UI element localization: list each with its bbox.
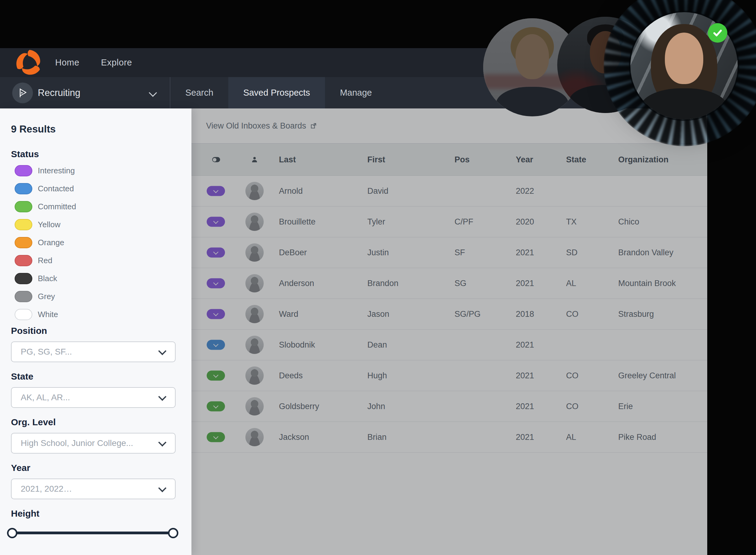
status-pill-button[interactable] [207, 432, 225, 442]
status-toggle-icon[interactable] [212, 157, 220, 162]
chevron-down-icon [213, 219, 218, 224]
table-cell: Deeds [279, 371, 303, 380]
status-label: Orange [38, 238, 64, 247]
old-inboxes-link[interactable]: View Old Inboxes & Boards [206, 121, 317, 131]
chevron-down-icon [213, 280, 218, 286]
status-pill-button[interactable] [207, 248, 225, 258]
person-icon[interactable] [250, 156, 258, 164]
player-avatar [245, 336, 264, 354]
org-level-dropdown[interactable]: High School, Junior College... [11, 433, 175, 454]
table-row[interactable]: WardJasonSG/PG2018COStrasburg [192, 299, 707, 330]
player-avatar [245, 182, 264, 200]
table-row[interactable]: AndersonBrandonSG2021ALMountain Brook [192, 268, 707, 299]
table-cell: Hugh [367, 371, 387, 380]
height-slider-handle-max[interactable] [168, 528, 178, 538]
column-header-state[interactable]: State [566, 155, 586, 165]
player-avatar [245, 428, 264, 446]
table-row[interactable]: GoldsberryJohn2021COErie [192, 391, 707, 422]
pennant-icon [12, 83, 33, 103]
status-filter-item[interactable]: Red [11, 252, 175, 269]
table-cell: Chico [618, 217, 639, 227]
state-dropdown[interactable]: AK, AL, AR... [11, 387, 175, 408]
org-level-placeholder: High School, Junior College... [21, 438, 133, 448]
table-cell: CO [566, 309, 579, 319]
status-filter-list: InterestingContactedCommittedYellowOrang… [11, 162, 175, 324]
status-pill-button[interactable] [207, 279, 225, 289]
status-color-swatch [15, 201, 32, 212]
status-pill-button[interactable] [207, 371, 225, 381]
tab-search[interactable]: Search [170, 77, 228, 109]
table-cell: 2018 [516, 309, 534, 319]
table-cell: 2020 [516, 217, 534, 227]
table-cell: Pike Road [618, 433, 656, 442]
position-dropdown[interactable]: PG, SG, SF... [11, 341, 175, 362]
status-color-swatch [15, 291, 32, 302]
status-filter-item[interactable]: Orange [11, 233, 175, 252]
status-label: Interesting [38, 166, 75, 175]
status-color-swatch [15, 237, 32, 248]
player-avatar [245, 397, 264, 416]
tab-saved-prospects[interactable]: Saved Prospects [228, 77, 325, 109]
module-selector[interactable]: Recruiting [0, 77, 80, 109]
status-color-swatch [15, 165, 32, 176]
table-cell: CO [566, 371, 579, 380]
brand-logo-icon[interactable] [14, 49, 44, 77]
table-cell: Brandon Valley [618, 248, 673, 257]
table-cell: Tyler [367, 217, 385, 227]
status-filter-item[interactable]: Black [11, 269, 175, 288]
table-cell: Mountain Brook [618, 279, 676, 288]
column-header-pos[interactable]: Pos [454, 155, 470, 165]
chevron-down-icon[interactable] [149, 89, 157, 97]
status-filter-item[interactable]: Grey [11, 288, 175, 305]
height-slider-handle-min[interactable] [7, 528, 17, 538]
table-cell: Goldsberry [279, 402, 319, 411]
nav-item-home[interactable]: Home [55, 57, 79, 68]
old-inboxes-link-label: View Old Inboxes & Boards [206, 121, 306, 131]
year-dropdown[interactable]: 2021, 2022… [11, 478, 175, 499]
tab-manage[interactable]: Manage [325, 77, 387, 109]
table-row[interactable]: JacksonBrian2021ALPike Road [192, 422, 707, 453]
table-cell: CO [566, 402, 579, 411]
status-label: Committed [38, 202, 76, 211]
status-pill-button[interactable] [207, 186, 225, 196]
status-color-swatch [15, 309, 32, 320]
status-pill-button[interactable] [207, 401, 225, 412]
chevron-down-icon [158, 393, 166, 401]
table-cell: David [367, 186, 388, 196]
column-header-last[interactable]: Last [279, 155, 296, 165]
player-avatar [245, 274, 264, 292]
table-cell: DeBoer [279, 248, 307, 257]
main-content: View Old Inboxes & Boards LastFirstPosYe… [192, 109, 707, 555]
status-heading: Status [11, 149, 175, 159]
status-pill-button[interactable] [207, 217, 225, 227]
table-cell: John [367, 402, 385, 411]
status-color-swatch [15, 255, 32, 266]
table-cell: Erie [618, 402, 633, 411]
status-label: Grey [38, 292, 55, 301]
status-label: Yellow [38, 220, 61, 229]
status-filter-item[interactable]: Yellow [11, 216, 175, 233]
status-filter-item[interactable]: Contacted [11, 180, 175, 198]
column-header-first[interactable]: First [367, 155, 385, 165]
table-cell: Anderson [279, 279, 314, 288]
table-row[interactable]: ArnoldDavid2022 [192, 176, 707, 207]
column-header-year[interactable]: Year [516, 155, 533, 165]
nav-item-explore[interactable]: Explore [101, 57, 132, 68]
height-slider-track[interactable] [12, 531, 173, 534]
table-row[interactable]: BrouilletteTylerC/PF2020TXChico [192, 207, 707, 237]
chevron-down-icon [213, 311, 218, 316]
status-filter-item[interactable]: Committed [11, 198, 175, 216]
table-cell: Brian [367, 433, 387, 442]
column-header-organization[interactable]: Organization [618, 155, 669, 165]
table-cell: 2021 [516, 371, 534, 380]
table-cell: Brandon [367, 279, 398, 288]
table-row[interactable]: DeedsHugh2021COGreeley Central [192, 360, 707, 391]
external-link-icon [310, 122, 317, 129]
status-filter-item[interactable]: Interesting [11, 162, 175, 180]
status-filter-item[interactable]: White [11, 305, 175, 324]
table-cell: Ward [279, 309, 299, 319]
table-row[interactable]: SlobodnikDean2021 [192, 330, 707, 360]
status-pill-button[interactable] [207, 309, 225, 319]
status-pill-button[interactable] [207, 340, 225, 350]
table-row[interactable]: DeBoerJustinSF2021SDBrandon Valley [192, 237, 707, 268]
